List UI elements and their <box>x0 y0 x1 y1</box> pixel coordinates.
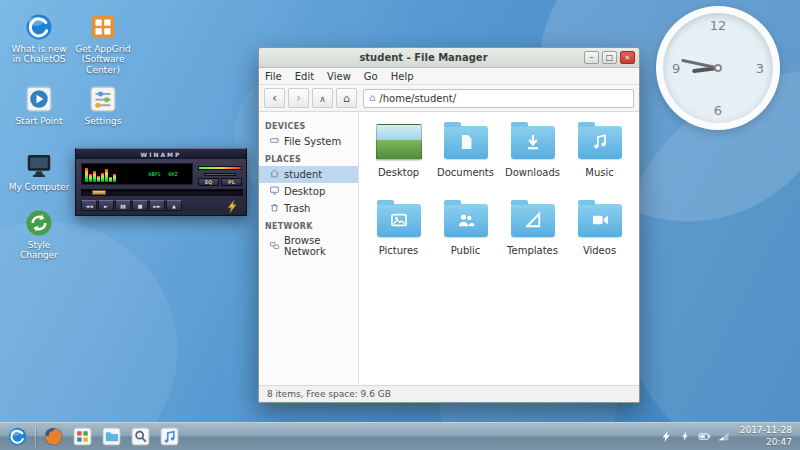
menu-edit[interactable]: Edit <box>295 71 314 82</box>
eject-button[interactable] <box>166 200 182 211</box>
sidebar-section-devices: DEVICES <box>259 117 358 133</box>
folder-label: Documents <box>432 167 499 178</box>
address-bar[interactable]: ⌂ /home/student/ <box>363 89 634 108</box>
up-button[interactable] <box>312 88 333 108</box>
taskbar-separator <box>35 427 36 447</box>
menu-file[interactable]: File <box>265 71 282 82</box>
desktop-icon-label: My Computer <box>8 182 70 192</box>
winamp-display: KBPS KHZ <box>81 163 193 185</box>
folder-label: Videos <box>566 245 633 256</box>
address-text: /home/student/ <box>379 93 456 104</box>
volume-slider[interactable] <box>198 166 242 170</box>
sidebar: DEVICESFile SystemPLACESstudentDesktopTr… <box>259 112 359 385</box>
clock-center <box>714 64 722 72</box>
appgrid-icon <box>88 12 118 42</box>
window-titlebar[interactable]: student - File Manager <box>259 48 639 68</box>
frequency-label: KHZ <box>169 171 178 177</box>
winamp-title: WINAMP <box>141 151 182 158</box>
network-icon <box>269 240 280 253</box>
music-player-icon[interactable] <box>158 425 181 448</box>
desktop-icon-start-point[interactable]: Start Point <box>8 84 70 126</box>
battery-charging-icon[interactable] <box>679 430 692 443</box>
pause-button[interactable] <box>115 200 131 211</box>
start-point-icon <box>24 84 54 114</box>
taskbar: 2017-11-28 20:47 <box>0 422 800 450</box>
desktop-icon-settings[interactable]: Settings <box>72 84 134 126</box>
winamp-window[interactable]: WINAMP KBPS KHZ EQ PL <box>75 148 247 216</box>
battery-icon[interactable] <box>698 430 711 443</box>
menu-go[interactable]: Go <box>364 71 378 82</box>
eq-button[interactable]: EQ <box>198 178 219 186</box>
forward-button[interactable] <box>288 88 309 108</box>
seek-bar[interactable] <box>81 189 243 196</box>
spectrum-analyzer <box>82 164 134 184</box>
folder-music[interactable]: Music <box>566 120 633 192</box>
winamp-titlebar[interactable]: WINAMP <box>76 149 246 159</box>
folder-templates[interactable]: Templates <box>499 198 566 270</box>
home-icon <box>269 168 280 181</box>
close-button[interactable] <box>620 51 635 64</box>
tray-date: 2017-11-28 <box>740 425 792 436</box>
sidebar-item-file-system[interactable]: File System <box>259 133 358 150</box>
desktop-icon-what-is-new-in-chaletos[interactable]: What is new in ChaletOS <box>8 12 70 65</box>
previous-button[interactable] <box>81 200 97 211</box>
file-manager-icon[interactable] <box>100 425 123 448</box>
folder-public[interactable]: Public <box>432 198 499 270</box>
tray-time: 20:47 <box>740 437 792 448</box>
folder-documents[interactable]: Documents <box>432 120 499 192</box>
sidebar-item-student[interactable]: student <box>259 166 358 183</box>
firefox-icon[interactable] <box>42 425 65 448</box>
my-computer-icon <box>24 150 54 180</box>
status-text: 8 items, Free space: 9.6 GB <box>267 389 391 399</box>
menu-view[interactable]: View <box>327 71 351 82</box>
desktop-icon-my-computer[interactable]: My Computer <box>8 150 70 192</box>
status-bar: 8 items, Free space: 9.6 GB <box>259 385 639 402</box>
play-button[interactable] <box>98 200 114 211</box>
clock-number-6: 6 <box>714 103 722 118</box>
folder-label: Music <box>566 167 633 178</box>
sidebar-item-trash[interactable]: Trash <box>259 200 358 217</box>
network-signal-icon[interactable] <box>717 430 730 443</box>
desktop-icon-style-changer[interactable]: Style Changer <box>8 208 70 261</box>
seek-handle[interactable] <box>92 190 106 195</box>
bitrate-label: KBPS <box>148 171 160 177</box>
stop-button[interactable] <box>132 200 148 211</box>
appgrid-icon[interactable] <box>71 425 94 448</box>
minimize-button[interactable] <box>584 51 599 64</box>
next-button[interactable] <box>149 200 165 211</box>
chaletos-menu-icon[interactable] <box>6 425 29 448</box>
maximize-button[interactable] <box>602 51 617 64</box>
tray-clock[interactable]: 2017-11-28 20:47 <box>736 425 792 448</box>
folder-pictures[interactable]: Pictures <box>365 198 432 270</box>
folder-icon <box>511 126 555 159</box>
back-button[interactable] <box>264 88 285 108</box>
balance-slider[interactable] <box>204 173 236 176</box>
folder-label: Pictures <box>365 245 432 256</box>
desktop-icon-label: Style Changer <box>8 240 70 261</box>
sidebar-item-label: Browse Network <box>284 235 354 257</box>
trash-icon <box>269 202 280 215</box>
desktop-icon-get-appgrid-software-center[interactable]: Get AppGrid (Software Center) <box>72 12 134 75</box>
sidebar-item-label: student <box>284 169 322 180</box>
sidebar-section-places: PLACES <box>259 150 358 166</box>
folder-icon <box>511 204 555 237</box>
sidebar-item-browse-network[interactable]: Browse Network <box>259 233 358 259</box>
desktop-icon-label: Get AppGrid (Software Center) <box>72 44 134 75</box>
clock-number-12: 12 <box>710 18 727 33</box>
folder-icon <box>377 204 421 237</box>
chaletos-info-icon <box>24 12 54 42</box>
folder-label: Downloads <box>499 167 566 178</box>
home-button[interactable] <box>336 88 357 108</box>
sidebar-item-desktop[interactable]: Desktop <box>259 183 358 200</box>
search-icon[interactable] <box>129 425 152 448</box>
power-manager-icon[interactable] <box>660 430 673 443</box>
settings-icon <box>88 84 118 114</box>
desktop-icon-label: Settings <box>72 116 134 126</box>
folder-desktop[interactable]: Desktop <box>365 120 432 192</box>
folder-videos[interactable]: Videos <box>566 198 633 270</box>
folder-downloads[interactable]: Downloads <box>499 120 566 192</box>
desktop: What is new in ChaletOSGet AppGrid (Soft… <box>0 0 800 450</box>
playlist-button[interactable]: PL <box>221 178 242 186</box>
style-changer-icon <box>24 208 54 238</box>
menu-help[interactable]: Help <box>391 71 414 82</box>
